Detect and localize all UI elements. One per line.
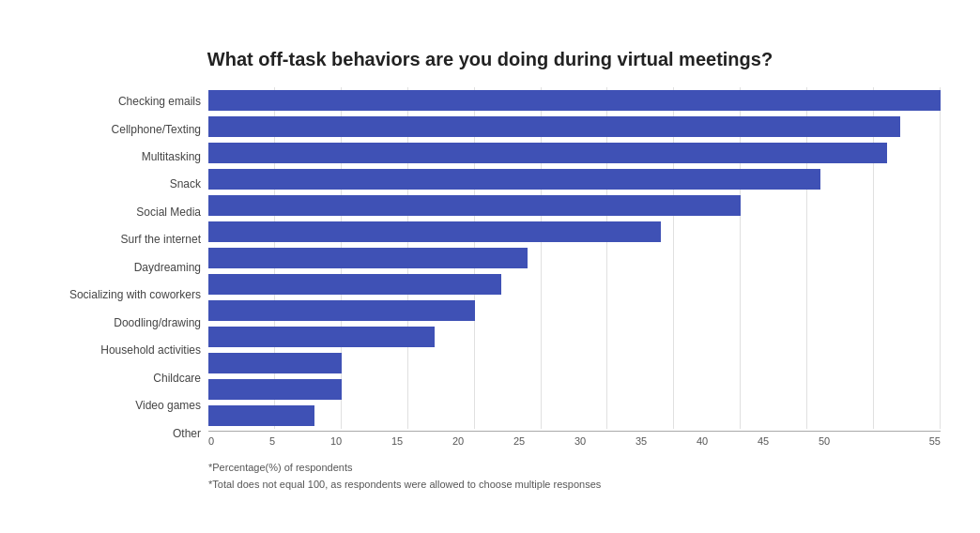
bar bbox=[208, 116, 900, 137]
bar bbox=[208, 169, 820, 190]
y-label: Snack bbox=[170, 171, 201, 197]
bars-and-xaxis: 0510152025303540455055 bbox=[208, 87, 941, 447]
bar bbox=[208, 353, 342, 373]
y-labels: Checking emailsCellphone/TextingMultitas… bbox=[39, 87, 208, 447]
bar bbox=[208, 195, 741, 216]
chart-title: What off-task behaviors are you doing du… bbox=[39, 49, 941, 70]
y-label: Checking emails bbox=[118, 88, 201, 114]
y-label: Doodling/drawing bbox=[114, 310, 201, 336]
bar-row bbox=[208, 245, 941, 271]
x-tick: 30 bbox=[574, 435, 635, 447]
bar-row bbox=[208, 166, 941, 192]
y-label: Household activities bbox=[100, 337, 201, 363]
bar-row bbox=[208, 271, 941, 297]
bar-row bbox=[208, 140, 941, 166]
bar-row bbox=[208, 376, 941, 403]
x-tick: 55 bbox=[880, 435, 941, 447]
bars-section: Checking emailsCellphone/TextingMultitas… bbox=[39, 87, 941, 447]
x-tick: 40 bbox=[697, 435, 758, 447]
y-label: Surf the internet bbox=[121, 226, 201, 252]
y-label: Video games bbox=[135, 392, 201, 419]
bar bbox=[208, 248, 528, 268]
bar bbox=[208, 300, 475, 321]
bar-row bbox=[208, 219, 941, 245]
bar-row bbox=[208, 350, 941, 376]
footnote2: *Total does not equal 100, as respondent… bbox=[208, 477, 941, 494]
y-label: Other bbox=[173, 420, 201, 447]
y-label: Daydreaming bbox=[134, 254, 201, 281]
bar bbox=[208, 143, 887, 163]
chart-area: Checking emailsCellphone/TextingMultitas… bbox=[39, 87, 941, 493]
bar bbox=[208, 90, 941, 111]
y-label: Childcare bbox=[153, 365, 201, 391]
y-label: Socializing with coworkers bbox=[69, 282, 201, 308]
chart-container: What off-task behaviors are you doing du… bbox=[21, 30, 959, 502]
x-tick: 25 bbox=[513, 435, 574, 447]
bar-row bbox=[208, 192, 941, 219]
bar bbox=[208, 221, 661, 242]
x-tick: 50 bbox=[819, 435, 880, 447]
x-axis: 0510152025303540455055 bbox=[208, 431, 941, 447]
bar bbox=[208, 327, 435, 347]
bar-row bbox=[208, 324, 941, 350]
bar-row bbox=[208, 403, 941, 429]
y-label: Social Media bbox=[136, 199, 201, 225]
footnote1: *Percentage(%) of respondents bbox=[208, 460, 941, 477]
x-tick: 0 bbox=[208, 435, 269, 447]
x-tick: 10 bbox=[330, 435, 391, 447]
bar-row bbox=[208, 297, 941, 324]
bar bbox=[208, 379, 342, 400]
footnotes: *Percentage(%) of respondents *Total doe… bbox=[208, 460, 941, 493]
x-tick: 5 bbox=[269, 435, 330, 447]
y-label: Multitasking bbox=[142, 144, 201, 170]
x-tick: 45 bbox=[758, 435, 819, 447]
bar bbox=[208, 274, 501, 295]
bar-row bbox=[208, 87, 941, 114]
x-tick: 15 bbox=[391, 435, 452, 447]
bar-row bbox=[208, 114, 941, 140]
x-tick: 35 bbox=[635, 435, 697, 447]
bar bbox=[208, 405, 314, 426]
x-tick: 20 bbox=[452, 435, 513, 447]
y-label: Cellphone/Texting bbox=[112, 116, 201, 143]
bars-wrapper bbox=[208, 87, 941, 429]
